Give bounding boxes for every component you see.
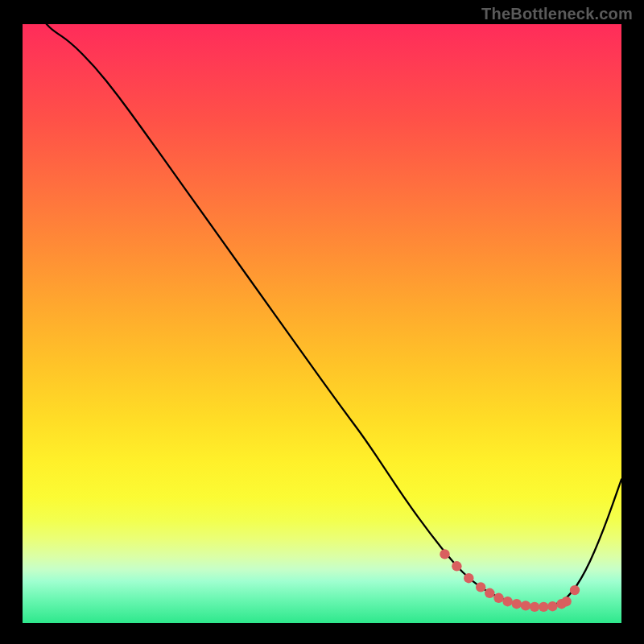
marker-dot: [512, 599, 522, 609]
marker-dot: [547, 601, 557, 611]
marker-dot: [464, 573, 473, 583]
marker-dot: [570, 585, 580, 595]
watermark-text: TheBottleneck.com: [481, 5, 633, 23]
marker-dot: [521, 601, 530, 610]
plot-area: [23, 24, 621, 623]
marker-dot: [476, 582, 485, 592]
chart-container: TheBottleneck.com: [0, 0, 644, 644]
curve-layer: [23, 24, 621, 623]
marker-dot: [539, 602, 548, 612]
marker-dot: [561, 597, 571, 606]
marker-dot: [440, 549, 449, 559]
marker-dot: [493, 593, 503, 603]
marker-dot: [502, 597, 512, 606]
marker-dot: [452, 561, 461, 571]
flat-region-markers: [440, 549, 580, 612]
marker-dot: [530, 602, 539, 612]
marker-dot: [485, 588, 494, 598]
bottleneck-curve: [47, 24, 621, 607]
